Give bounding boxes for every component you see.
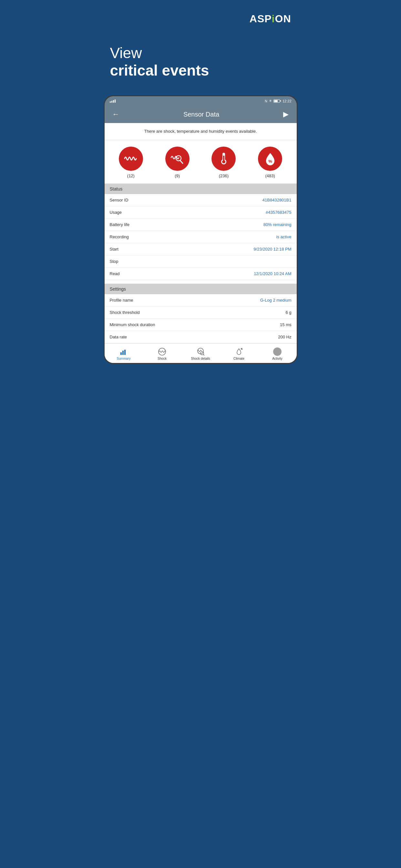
svg-rect-9 (124, 350, 126, 355)
stop-row: Stop (104, 255, 297, 268)
page-title: Sensor Data (183, 111, 219, 118)
humidity-icon-circle: % (258, 147, 282, 171)
thermometer-icon (216, 151, 231, 166)
app-bar: ← Sensor Data ▶ (104, 105, 297, 123)
recording-row: Recording is active (104, 231, 297, 243)
nav-item-climate[interactable]: Climate (220, 346, 258, 362)
svg-line-13 (204, 354, 205, 355)
shock-nav-label: Shock (158, 357, 166, 361)
battery-row: Battery life 80% remaining (104, 219, 297, 231)
humidity-icon: % (263, 151, 278, 166)
activity-circle-icon (273, 347, 281, 356)
shock-threshold-row: Shock threshold 6 g (104, 306, 297, 319)
wave-search-icon (170, 151, 185, 166)
shock-nav-icon (158, 347, 166, 356)
shock-details-nav-label: Shock details (191, 357, 210, 361)
read-row: Read 12/1/2020 10:24 AM (104, 268, 297, 280)
nfc-icon: N (265, 99, 267, 103)
status-section: Status Sensor ID 41B8432801B1 Usage #435… (104, 184, 297, 280)
svg-text:%: % (268, 159, 272, 164)
svg-rect-4 (223, 156, 224, 161)
signal-icon (110, 99, 116, 103)
activity-nav-label: Activity (272, 357, 282, 361)
phone-mockup: N ✳ 12:22 ← Sensor Data ▶ There are shoc… (104, 95, 298, 364)
event-banner-text: There are shock, temperature and humidit… (111, 128, 290, 135)
shock-icon-circle (119, 147, 143, 171)
temperature-event-item[interactable]: (236) (212, 147, 236, 178)
status-icons: N ✳ 12:22 (265, 99, 291, 103)
app-logo: ASPiON (250, 13, 291, 25)
nav-item-shock[interactable]: Shock (143, 346, 181, 362)
forward-button[interactable]: ▶ (281, 110, 291, 119)
nav-item-shock-details[interactable]: Shock details (181, 346, 220, 362)
nav-item-summary[interactable]: Summary (104, 346, 143, 362)
svg-rect-8 (122, 351, 124, 355)
bar-chart-icon (120, 347, 128, 356)
section-spacer (104, 280, 297, 284)
start-row: Start 9/23/2020 12:18 PM (104, 243, 297, 255)
shock-count: (12) (127, 174, 135, 178)
temp-icon-circle (212, 147, 236, 171)
hero-heading: View critical events (110, 44, 291, 79)
event-icons-row: (12) (9) (104, 140, 297, 184)
settings-section: Settings Profile name G-Log 2 medium Sho… (104, 284, 297, 343)
climate-nav-label: Climate (234, 357, 244, 361)
activity-nav-icon (273, 347, 281, 356)
summary-nav-label: Summary (117, 357, 131, 361)
profile-name-row: Profile name G-Log 2 medium (104, 294, 297, 306)
svg-line-1 (180, 160, 183, 163)
back-button[interactable]: ← (110, 110, 122, 119)
shock-event-item[interactable]: (12) (119, 147, 143, 178)
svg-rect-7 (120, 352, 122, 355)
shock-search-count: (9) (175, 174, 180, 178)
status-bar: N ✳ 12:22 (104, 96, 297, 105)
usage-row: Usage #4357683475 (104, 206, 297, 219)
bottom-nav: Summary Shock (104, 343, 297, 363)
shock-details-nav-icon (196, 347, 205, 356)
svg-point-5 (222, 160, 225, 163)
humidity-event-item[interactable]: % (483) (258, 147, 282, 178)
event-banner: There are shock, temperature and humidit… (104, 123, 297, 140)
bluetooth-icon: ✳ (269, 99, 272, 103)
min-shock-duration-row: Minimum shock duration 15 ms (104, 319, 297, 331)
humidity-count: (483) (265, 174, 275, 178)
shock-search-event-item[interactable]: (9) (165, 147, 189, 178)
data-rate-row: Data rate 200 Hz (104, 331, 297, 343)
content-area: There are shock, temperature and humidit… (104, 123, 297, 363)
status-section-header: Status (104, 184, 297, 194)
climate-nav-icon (235, 347, 243, 356)
wave-icon (123, 151, 138, 166)
battery-icon (274, 99, 281, 103)
nav-item-activity[interactable]: Activity (258, 346, 297, 362)
sensor-id-row: Sensor ID 41B8432801B1 (104, 194, 297, 206)
time-display: 12:22 (282, 99, 291, 103)
settings-section-header: Settings (104, 284, 297, 294)
shock-search-icon-circle (165, 147, 189, 171)
temp-count: (236) (219, 174, 228, 178)
